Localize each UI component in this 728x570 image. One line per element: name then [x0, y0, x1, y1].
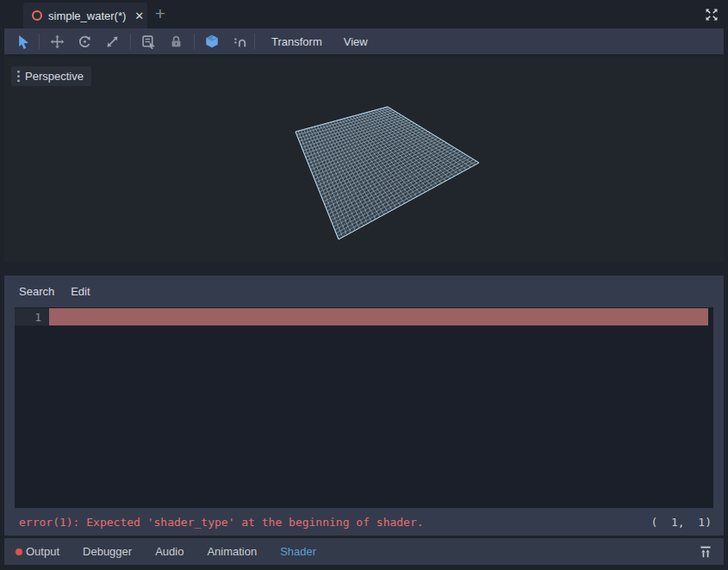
line-number: 1	[15, 308, 49, 325]
toolbar-separator	[130, 34, 131, 49]
error-dot-icon	[16, 548, 22, 555]
shader-status-bar: error(1): Expected 'shader_type' at the …	[4, 508, 724, 536]
expand-arrows-icon	[704, 7, 719, 22]
shader-code-editor[interactable]: 1	[15, 307, 713, 508]
tab-output[interactable]: Output	[16, 545, 59, 558]
select-tool-button[interactable]	[15, 33, 32, 50]
toolbar-separator	[194, 34, 195, 49]
close-icon[interactable]: ✕	[134, 9, 144, 22]
expand-panel-icon	[698, 544, 713, 560]
edit-menu[interactable]: Edit	[71, 285, 90, 298]
code-line-1[interactable]: 1	[15, 308, 713, 325]
water-plane-mesh	[4, 57, 724, 262]
expand-bottom-panel-button[interactable]	[698, 544, 713, 560]
scale-tool-button[interactable]	[103, 33, 121, 50]
tab-shader-label: Shader	[280, 545, 316, 558]
move-icon	[50, 34, 65, 49]
list-select-icon	[141, 34, 156, 49]
tab-simple-water[interactable]: simple_water(*) ✕	[23, 3, 147, 28]
shader-error-message: error(1): Expected 'shader_type' at the …	[19, 516, 424, 529]
error-line-highlight	[49, 308, 708, 325]
move-tool-button[interactable]	[48, 33, 65, 50]
local-space-toggle[interactable]	[203, 33, 221, 50]
perspective-label: Perspective	[25, 70, 84, 83]
tab-debugger[interactable]: Debugger	[83, 545, 132, 558]
cursor-position: ( 1, 1)	[651, 516, 712, 529]
expand-window-button[interactable]	[704, 7, 719, 22]
tab-output-label: Output	[26, 545, 59, 558]
kebab-menu-icon	[16, 70, 21, 83]
tab-debugger-label: Debugger	[83, 545, 132, 558]
shader-editor-panel: Search Edit 1 error(1): Expected 'shader…	[4, 276, 724, 536]
bottom-panel-bar: Output Debugger Audio Animation Shader	[4, 538, 724, 565]
spatial-toolbar: Transform View	[4, 28, 724, 54]
scale-icon	[105, 34, 120, 49]
viewport-3d[interactable]: Perspective	[4, 57, 724, 262]
list-select-tool-button[interactable]	[140, 33, 157, 50]
view-menu[interactable]: View	[340, 35, 371, 48]
lock-button[interactable]	[167, 33, 184, 50]
rotate-tool-button[interactable]	[76, 33, 93, 50]
shader-menu-bar: Search Edit	[4, 276, 724, 307]
select-arrow-icon	[16, 34, 31, 49]
tab-shader[interactable]: Shader	[280, 545, 316, 558]
cube-icon	[204, 34, 220, 49]
scene-tab-bar: simple_water(*) ✕ +	[0, 0, 728, 28]
search-menu[interactable]: Search	[19, 285, 54, 298]
tab-label: simple_water(*)	[48, 9, 126, 22]
tab-animation[interactable]: Animation	[207, 545, 257, 558]
new-tab-button[interactable]: +	[151, 2, 170, 26]
toolbar-separator	[39, 34, 40, 49]
rotate-icon	[78, 34, 92, 49]
tab-audio[interactable]: Audio	[155, 545, 184, 558]
snap-magnet-icon	[233, 34, 247, 49]
tab-audio-label: Audio	[155, 545, 184, 558]
toolbar-separator	[254, 34, 255, 49]
tab-animation-label: Animation	[207, 545, 257, 558]
perspective-menu[interactable]: Perspective	[11, 66, 91, 86]
transform-menu[interactable]: Transform	[268, 35, 326, 48]
shader-file-icon	[32, 10, 42, 21]
snap-toggle[interactable]	[231, 33, 248, 50]
lock-icon	[169, 34, 184, 49]
